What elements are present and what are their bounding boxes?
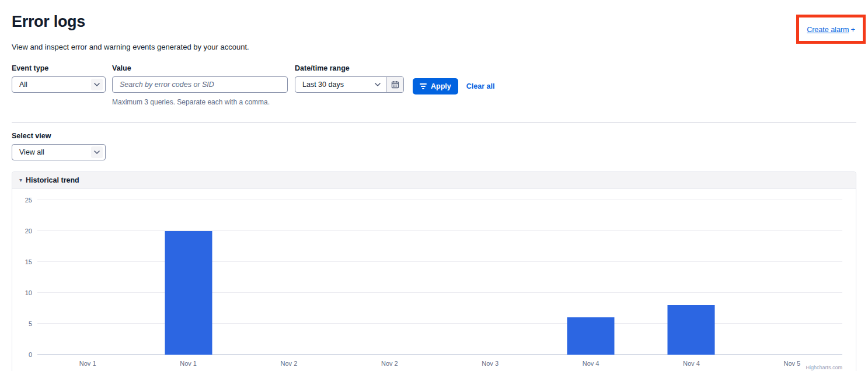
y-axis-tick-label: 25 [25,197,32,204]
x-axis-tick-label: Nov 2 [381,360,398,367]
calendar-icon[interactable] [386,77,403,92]
section-divider [12,122,856,123]
chart-bar [567,317,615,355]
gridline [37,292,842,293]
page-title: Error logs [12,13,856,31]
select-view-select[interactable]: View all [12,144,106,160]
create-alarm-highlight-box: Create alarm+ [796,15,866,44]
x-axis-tick-label: Nov 4 [583,360,599,367]
x-axis-tick-label: Nov 3 [482,360,499,367]
gridline [37,230,842,231]
x-axis-tick-label: Nov 2 [281,360,298,367]
event-type-value: All [19,80,27,89]
apply-button-label: Apply [431,82,451,90]
x-axis-tick-label: Nov 5 [783,360,800,367]
gridline [37,200,842,200]
gridline [37,323,842,324]
filter-bar: Event type All Value Maximum 3 queries. … [12,64,856,106]
value-input[interactable] [120,80,280,89]
x-axis-tick-label: Nov 4 [683,360,700,367]
event-type-label: Event type [12,64,106,72]
chart-plot: 0510152025Nov 1Nov 1Nov 2Nov 2Nov 3Nov 4… [37,200,842,355]
filter-icon [420,83,427,89]
gridline [37,261,842,262]
page-subtitle: View and inspect error and warning event… [12,43,856,51]
value-helper-text: Maximum 3 queries. Separate each with a … [112,98,288,106]
date-range-select[interactable]: Last 30 days [295,76,404,93]
select-view-label: Select view [12,132,856,140]
historical-trend-header[interactable]: ▾ Historical trend [12,172,856,189]
event-type-select[interactable]: All [12,76,106,93]
page: Error logs Create alarm+ View and inspec… [0,0,868,371]
historical-trend-title: Historical trend [26,176,79,184]
chart-bar [668,305,715,355]
y-axis-tick-label: 15 [25,258,32,265]
chevron-down-icon [91,79,103,90]
value-group: Value Maximum 3 queries. Separate each w… [112,64,288,106]
highcharts-credits[interactable]: Highcharts.com [806,365,842,370]
x-axis-tick-label: Nov 1 [180,360,197,367]
plus-icon: + [850,25,855,34]
create-alarm-link[interactable]: Create alarm [807,26,849,34]
value-label: Value [112,64,288,72]
chevron-down-icon [369,83,386,86]
date-range-value: Last 30 days [295,80,369,89]
apply-button[interactable]: Apply [413,78,458,94]
y-axis-tick-label: 10 [25,289,32,296]
caret-down-icon: ▾ [19,177,22,183]
date-range-group: Date/time range Last 30 days [295,64,404,93]
y-axis-tick-label: 0 [29,351,32,358]
select-view-value: View all [19,148,44,156]
clear-all-link[interactable]: Clear all [466,82,495,90]
chevron-down-icon [91,146,103,158]
historical-trend-panel: ▾ Historical trend 0510152025Nov 1Nov 1N… [12,172,856,371]
historical-trend-chart: 0510152025Nov 1Nov 1Nov 2Nov 2Nov 3Nov 4… [12,189,856,371]
chart-bar [165,231,212,355]
x-axis-tick-label: Nov 1 [79,360,96,367]
gridline [37,354,842,355]
select-view-group: Select view View all [12,132,856,160]
y-axis-tick-label: 5 [29,320,32,327]
value-input-wrapper [112,76,288,93]
event-type-group: Event type All [12,64,106,93]
y-axis-tick-label: 20 [25,228,32,235]
date-range-label: Date/time range [295,64,404,72]
